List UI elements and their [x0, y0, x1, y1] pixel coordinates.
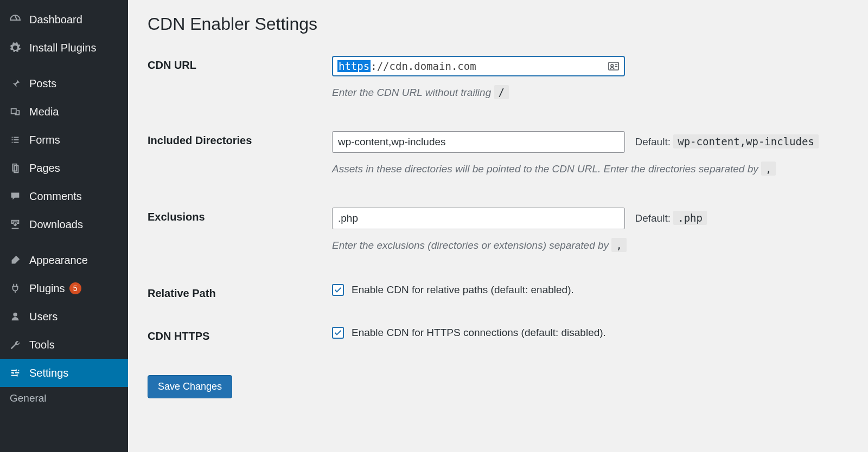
- gear-icon: [8, 40, 23, 55]
- label-relative-path: Relative Path: [148, 284, 332, 300]
- sidebar-item-label: Forms: [29, 134, 60, 146]
- wrench-icon: [8, 337, 23, 352]
- label-cdn-https: CDN HTTPS: [148, 327, 332, 343]
- sidebar-item-label: Media: [29, 106, 59, 118]
- sidebar-item-users[interactable]: Users: [0, 302, 128, 331]
- sidebar-item-label: Plugins: [29, 282, 65, 295]
- checkbox-icon: [332, 327, 344, 339]
- sidebar-item-settings[interactable]: Settings: [0, 359, 128, 387]
- sidebar-item-dashboard[interactable]: Dashboard: [0, 5, 128, 34]
- sidebar-item-label: Settings: [29, 367, 68, 379]
- sidebar-item-tools[interactable]: Tools: [0, 331, 128, 359]
- sidebar-item-label: Tools: [29, 339, 55, 351]
- sidebar-item-pages[interactable]: Pages: [0, 154, 128, 182]
- plug-icon: [8, 281, 23, 296]
- sidebar-item-posts[interactable]: Posts: [0, 69, 128, 98]
- help-included-dirs: Assets in these directories will be poin…: [332, 163, 852, 175]
- media-icon: [8, 104, 23, 119]
- exclusions-input[interactable]: [332, 208, 625, 229]
- sliders-icon: [8, 365, 23, 380]
- label-cdn-url: CDN URL: [148, 56, 332, 72]
- included-dirs-input[interactable]: [332, 131, 625, 153]
- sidebar-item-label: Users: [29, 311, 58, 323]
- row-included-dirs: Included Directories Default: wp-content…: [148, 131, 852, 175]
- pages-icon: [8, 160, 23, 176]
- sidebar-item-plugins[interactable]: Plugins 5: [0, 274, 128, 302]
- comment-icon: [8, 189, 23, 204]
- label-included-dirs: Included Directories: [148, 131, 332, 147]
- sidebar-item-label: Dashboard: [29, 14, 82, 26]
- sidebar-item-downloads[interactable]: Downloads: [0, 210, 128, 238]
- sidebar-item-forms[interactable]: Forms: [0, 126, 128, 154]
- relative-path-checkbox-label: Enable CDN for relative paths (default: …: [352, 284, 574, 296]
- sidebar-item-media[interactable]: Media: [0, 98, 128, 126]
- label-exclusions: Exclusions: [148, 208, 332, 223]
- code-comma2: ,: [611, 238, 626, 252]
- cdn-url-selected-text: https: [337, 60, 371, 72]
- page-title: CDN Enabler Settings: [148, 14, 852, 34]
- exclusions-default: Default: .php: [635, 212, 707, 224]
- cdn-https-checkbox-label: Enable CDN for HTTPS connections (defaul…: [352, 327, 606, 339]
- sidebar-item-label: Pages: [29, 162, 60, 175]
- sidebar-item-appearance[interactable]: Appearance: [0, 246, 128, 274]
- relative-path-checkbox[interactable]: Enable CDN for relative paths (default: …: [332, 284, 574, 296]
- sidebar-item-install-plugins[interactable]: Install Plugins: [0, 34, 128, 62]
- sidebar-item-label: Install Plugins: [29, 42, 96, 54]
- row-exclusions: Exclusions Default: .php Enter the exclu…: [148, 208, 852, 251]
- cdn-https-checkbox[interactable]: Enable CDN for HTTPS connections (defaul…: [332, 327, 606, 339]
- sidebar-item-label: Downloads: [29, 218, 83, 231]
- settings-content: CDN Enabler Settings CDN URL https://cdn…: [128, 0, 868, 452]
- row-cdn-url: CDN URL https://cdn.domain.com Enter the…: [148, 56, 852, 99]
- row-relative-path: Relative Path Enable CDN for relative pa…: [148, 284, 852, 300]
- sidebar-subitem-label: General: [10, 392, 47, 404]
- admin-sidebar: Dashboard Install Plugins Posts Media Fo…: [0, 0, 128, 452]
- list-icon: [8, 132, 23, 147]
- plugins-update-badge: 5: [69, 282, 81, 294]
- pin-icon: [8, 76, 23, 91]
- autofill-icon: [608, 61, 620, 71]
- sidebar-subitem-general[interactable]: General: [0, 387, 128, 410]
- brush-icon: [8, 253, 23, 268]
- cdn-url-input[interactable]: https://cdn.domain.com: [332, 56, 625, 76]
- save-changes-button[interactable]: Save Changes: [148, 375, 232, 398]
- code-slash: /: [494, 85, 509, 99]
- sidebar-item-label: Appearance: [29, 254, 88, 267]
- included-default: Default: wp-content,wp-includes: [635, 135, 818, 148]
- gauge-icon: [8, 12, 23, 27]
- download-icon: [8, 217, 23, 232]
- checkbox-icon: [332, 284, 344, 296]
- help-exclusions: Enter the exclusions (directories or ext…: [332, 239, 852, 251]
- sidebar-item-label: Comments: [29, 190, 82, 203]
- user-icon: [8, 309, 23, 324]
- sidebar-item-comments[interactable]: Comments: [0, 182, 128, 210]
- code-comma: ,: [761, 162, 776, 176]
- sidebar-item-label: Posts: [29, 78, 56, 90]
- help-cdn-url: Enter the CDN URL without trailing /: [332, 86, 852, 99]
- row-cdn-https: CDN HTTPS Enable CDN for HTTPS connectio…: [148, 327, 852, 343]
- cdn-url-rest-text: ://cdn.domain.com: [371, 60, 476, 72]
- svg-point-1: [611, 64, 614, 67]
